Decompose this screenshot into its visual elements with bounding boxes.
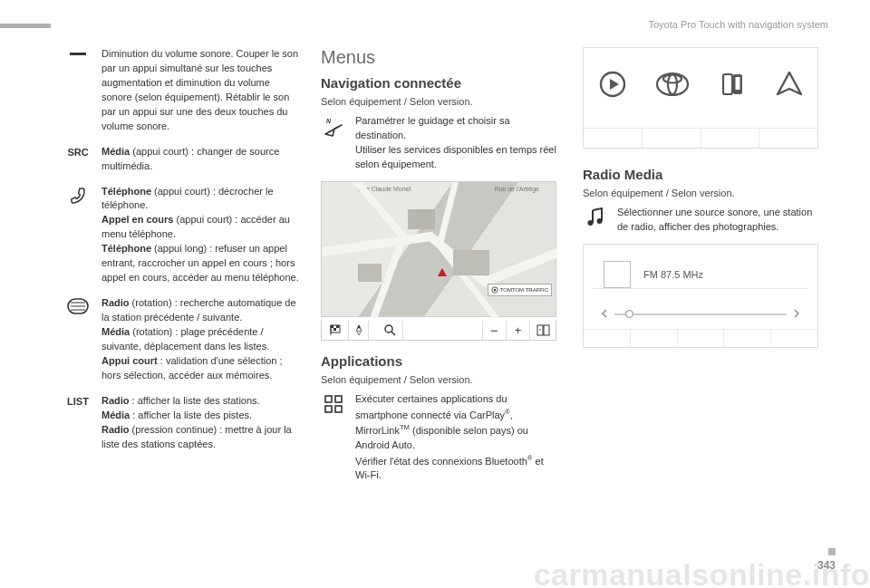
map-zoom-in-button[interactable]: + xyxy=(507,321,530,340)
svg-rect-13 xyxy=(336,325,339,328)
dial-text: Radio (rotation) : recherche automatique… xyxy=(102,296,299,383)
toyota-logo-icon xyxy=(654,69,691,101)
row-phone: Téléphone (appui court) : décrocher le t… xyxy=(63,185,299,286)
svg-line-19 xyxy=(392,332,395,335)
svg-point-30 xyxy=(668,74,677,94)
menus-heading: Menus xyxy=(321,47,561,68)
svg-rect-24 xyxy=(335,396,342,402)
svg-rect-26 xyxy=(335,406,342,412)
nav-heading: Navigation connectée xyxy=(321,75,561,91)
dial-icon xyxy=(63,296,92,383)
album-art-placeholder xyxy=(604,261,631,288)
radio-row: Sélectionner une source sonore, une stat… xyxy=(583,206,823,235)
map-search-button[interactable] xyxy=(378,321,403,340)
phone-text: Téléphone (appui court) : décrocher le t… xyxy=(102,185,299,286)
volume-text: Diminution du volume sonore. Couper le s… xyxy=(102,47,299,134)
radio-heading: Radio Media xyxy=(583,167,823,182)
svg-marker-16 xyxy=(356,324,362,330)
phones-icon xyxy=(717,69,748,101)
content-columns: Diminution du volume sonore. Couper le s… xyxy=(0,0,870,492)
tune-next-icon[interactable] xyxy=(792,308,801,321)
row-volume-down: Diminution du volume sonore. Couper le s… xyxy=(63,47,299,134)
list-label: LIST xyxy=(67,396,89,407)
svg-rect-32 xyxy=(723,74,732,94)
apps-row: Exécuter certaines applications du smart… xyxy=(321,392,561,484)
svg-text:N: N xyxy=(326,118,332,124)
svg-marker-17 xyxy=(356,330,362,335)
svg-rect-14 xyxy=(334,328,336,331)
svg-rect-6 xyxy=(408,209,435,229)
nav-row: N Paramétrer le guidage et choisir sa de… xyxy=(321,114,561,172)
apps-grid-icon xyxy=(321,392,346,484)
music-note-icon xyxy=(583,206,608,235)
svg-point-18 xyxy=(385,325,392,333)
home-icons-panel xyxy=(583,47,818,149)
map-cursor-icon xyxy=(438,268,447,276)
map-preview: Rue Claude Monet Rue de l'Artiège TOMTOM… xyxy=(321,181,556,317)
tuner-slider[interactable] xyxy=(600,308,801,321)
src-label: SRC xyxy=(67,147,88,158)
apps-heading: Applications xyxy=(321,353,561,369)
side-marker xyxy=(828,548,836,555)
map-zoom-out-button[interactable]: − xyxy=(483,321,507,340)
svg-rect-7 xyxy=(453,250,489,275)
svg-point-22 xyxy=(539,329,541,331)
nav-app-icon xyxy=(774,69,805,101)
nav-arrow-icon: N xyxy=(321,114,346,172)
tune-prev-icon[interactable] xyxy=(600,308,609,321)
map-north-button[interactable] xyxy=(349,321,369,340)
map-roads xyxy=(322,182,557,318)
svg-point-36 xyxy=(597,218,603,224)
watermark: carmanualsonline.info xyxy=(534,557,870,588)
svg-rect-8 xyxy=(358,264,382,282)
svg-point-10 xyxy=(493,289,495,291)
play-app-icon xyxy=(597,69,628,101)
src-text: Média (appui court) : changer de source … xyxy=(102,145,299,174)
svg-rect-25 xyxy=(325,406,332,412)
svg-rect-34 xyxy=(735,77,740,90)
svg-point-29 xyxy=(657,73,688,95)
row-src: SRC Média (appui court) : changer de sou… xyxy=(63,145,299,174)
middle-column: Menus Navigation connectée Selon équipem… xyxy=(321,47,561,492)
map-toolbar: − + xyxy=(321,321,556,341)
apps-subtitle: Selon équipement / Selon version. xyxy=(321,374,561,385)
right-column: Radio Media Selon équipement / Selon ver… xyxy=(583,47,823,492)
radio-panel: FM 87.5 MHz xyxy=(583,244,818,348)
minus-icon xyxy=(63,47,92,134)
nav-subtitle: Selon équipement / Selon version. xyxy=(321,96,561,107)
tomtom-badge: TOMTOM TRAFFIC xyxy=(488,284,552,296)
svg-rect-21 xyxy=(544,325,549,335)
svg-point-35 xyxy=(588,220,594,226)
page-accent-bar xyxy=(0,24,51,28)
svg-point-31 xyxy=(663,75,682,83)
home-panel-tabs xyxy=(584,128,817,148)
svg-rect-23 xyxy=(325,396,332,402)
radio-panel-tabs xyxy=(584,329,817,347)
nav-text: Paramétrer le guidage et choisir sa dest… xyxy=(355,114,561,172)
radio-subtitle: Selon équipement / Selon version. xyxy=(583,188,823,198)
row-dial: Radio (rotation) : recherche automatique… xyxy=(63,296,299,383)
svg-rect-0 xyxy=(70,53,86,55)
row-list: LIST Radio : afficher la liste des stati… xyxy=(63,394,299,452)
list-text: Radio : afficher la liste des stations. … xyxy=(102,394,299,452)
header-title: Toyota Pro Touch with navigation system xyxy=(648,19,828,30)
radio-text: Sélectionner une source sonore, une stat… xyxy=(617,206,823,235)
map-flag-button[interactable] xyxy=(322,321,349,340)
phone-icon xyxy=(63,185,92,286)
tuner-track[interactable] xyxy=(614,313,787,315)
apps-text: Exécuter certaines applications du smart… xyxy=(355,392,561,484)
tuner-thumb[interactable] xyxy=(625,310,633,318)
map-layers-button[interactable] xyxy=(530,321,556,340)
svg-marker-28 xyxy=(610,79,619,90)
left-column: Diminution du volume sonore. Couper le s… xyxy=(63,47,299,492)
radio-frequency: FM 87.5 MHz xyxy=(643,269,703,280)
